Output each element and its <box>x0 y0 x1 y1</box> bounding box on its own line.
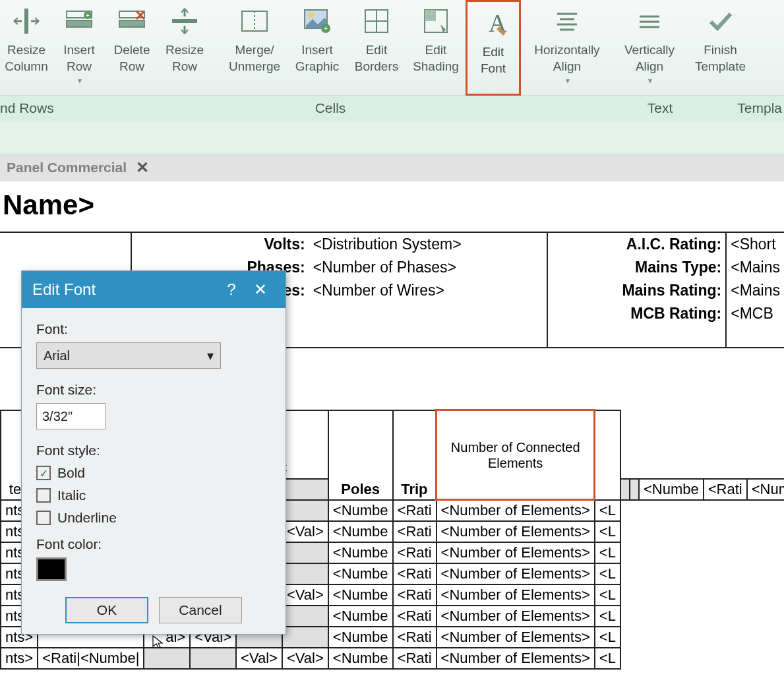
svg-rect-2 <box>67 20 92 27</box>
dropdown-caret-icon: ▼ <box>76 77 83 84</box>
edit-borders-icon <box>359 4 394 38</box>
insert-graphic-button[interactable]: + Insert Graphic <box>287 0 347 96</box>
ok-button[interactable]: OK <box>65 597 148 623</box>
volts-value: <Distribution System> <box>309 233 547 256</box>
horizontal-align-button[interactable]: Horizontally Align ▼ <box>521 0 613 96</box>
mains-rating-value: <Mains <box>726 279 784 302</box>
resize-row-button[interactable]: Resize Row <box>158 0 211 96</box>
svg-rect-6 <box>119 20 144 27</box>
col-trip: Trip <box>393 410 437 500</box>
mains-type-label: Mains Type: <box>547 256 726 279</box>
insert-row-button[interactable]: + Insert Row ▼ <box>53 0 106 96</box>
tab-bar: Panel Commercial ✕ <box>0 154 784 181</box>
merge-unmerge-button[interactable]: Merge/ Unmerge <box>222 0 287 96</box>
font-color-label: Font color: <box>36 536 271 552</box>
ribbon-label: Edit Borders <box>355 42 399 75</box>
font-color-swatch[interactable] <box>36 557 67 581</box>
dropdown-caret-icon: ▼ <box>564 77 571 84</box>
mains-type-value: <Mains <box>726 256 784 279</box>
col-poles: Poles <box>328 410 393 500</box>
ribbon-label: Edit Font <box>481 44 506 77</box>
halign-icon <box>550 4 584 38</box>
group-label-cells: Cells <box>57 100 604 116</box>
ribbon-label: Resize Column <box>5 42 47 75</box>
edit-shading-icon <box>419 4 453 38</box>
phases-value: <Number of Phases> <box>309 256 547 279</box>
underline-label: Underline <box>57 510 117 526</box>
ribbon-label: Edit Shading <box>413 42 459 75</box>
close-tab-icon[interactable]: ✕ <box>136 158 149 177</box>
svg-point-11 <box>309 13 314 18</box>
font-size-input[interactable]: 3/32" <box>36 403 106 429</box>
group-label-text: Text <box>604 100 716 116</box>
vertical-align-button[interactable]: Vertically Align ▼ <box>613 0 686 96</box>
tab-panel-commercial[interactable]: Panel Commercial ✕ <box>0 154 156 181</box>
merge-icon <box>237 4 272 38</box>
italic-checkbox-row[interactable]: Italic <box>36 487 271 503</box>
resize-column-button[interactable]: Resize Column <box>0 0 53 96</box>
font-style-label: Font style: <box>36 443 271 458</box>
ribbon-label: Insert Graphic <box>295 42 340 75</box>
font-label: Font: <box>36 321 271 337</box>
bold-label: Bold <box>57 465 85 481</box>
edit-font-button[interactable]: A Edit Font <box>466 0 521 96</box>
ribbon-label: Merge/ Unmerge <box>229 42 280 75</box>
ribbon-group-labels: nd Rows Cells Text Templa <box>0 96 784 121</box>
italic-label: Italic <box>57 487 86 503</box>
chevron-down-icon: ▾ <box>207 348 214 363</box>
edit-font-dialog: Edit Font ? ✕ Font: Arial ▾ Font size: 3… <box>21 270 286 635</box>
aic-label: A.I.C. Rating: <box>547 233 726 256</box>
svg-text:+: + <box>324 24 328 32</box>
bold-checkbox[interactable]: ✓ <box>36 466 51 480</box>
dialog-titlebar[interactable]: Edit Font ? ✕ <box>22 271 286 308</box>
svg-rect-0 <box>24 9 28 34</box>
underline-checkbox[interactable] <box>36 511 51 525</box>
font-select[interactable]: Arial ▾ <box>36 342 221 369</box>
resize-row-icon <box>167 4 202 38</box>
edit-font-icon: A <box>476 6 510 40</box>
dropdown-caret-icon: ▼ <box>647 77 653 84</box>
mains-rating-label: Mains Rating: <box>547 279 726 302</box>
volts-label: Volts: <box>131 233 309 256</box>
svg-text:+: + <box>86 12 90 19</box>
cancel-button[interactable]: Cancel <box>159 597 242 623</box>
delete-row-icon <box>115 4 149 38</box>
bold-checkbox-row[interactable]: ✓ Bold <box>36 465 271 481</box>
group-label-rows: nd Rows <box>0 100 57 116</box>
edit-shading-button[interactable]: Edit Shading <box>406 0 466 96</box>
ribbon: Resize Column + Insert Row ▼ Delete Row … <box>0 0 784 96</box>
resize-column-icon <box>9 4 44 38</box>
ribbon-label: Vertically Align <box>624 42 675 75</box>
ribbon-label: Finish Template <box>695 42 746 75</box>
delete-row-button[interactable]: Delete Row <box>106 0 158 96</box>
panel-name-placeholder: Name> <box>0 181 784 229</box>
ribbon-label: Horizontally Align <box>534 42 599 75</box>
font-size-label: Font size: <box>36 382 271 398</box>
underline-checkbox-row[interactable]: Underline <box>36 510 271 526</box>
insert-graphic-icon: + <box>300 4 334 38</box>
svg-rect-7 <box>172 19 197 23</box>
edit-borders-button[interactable]: Edit Borders <box>347 0 406 96</box>
ribbon-label: Delete Row <box>114 42 150 75</box>
table-row[interactable]: nts> <Rati|<Numbe| <Val> <Val> <Numbe <R… <box>1 648 784 669</box>
italic-checkbox[interactable] <box>36 488 51 503</box>
svg-rect-18 <box>425 10 436 21</box>
ribbon-label: Insert Row <box>63 42 95 75</box>
aic-value: <Short <box>726 233 784 256</box>
dialog-help-button[interactable]: ? <box>217 280 246 299</box>
col-connected-elements: Number of Connected Elements <box>437 410 595 500</box>
tab-title: Panel Commercial <box>7 160 127 175</box>
font-select-value: Arial <box>44 348 70 363</box>
insert-row-icon: + <box>62 4 96 38</box>
ribbon-label: Resize Row <box>166 42 204 75</box>
finish-template-button[interactable]: Finish Template <box>686 0 755 96</box>
wires-value: <Number of Wires> <box>309 279 547 302</box>
mcb-value: <MCB <box>726 302 784 325</box>
dialog-title-text: Edit Font <box>32 280 96 299</box>
font-size-value: 3/32" <box>42 409 73 424</box>
finish-icon <box>704 4 738 38</box>
mcb-label: MCB Rating: <box>547 302 726 325</box>
valign-icon <box>632 4 667 38</box>
template-area: Name> Volts: <Distribution System> A.I.C… <box>0 181 784 229</box>
dialog-close-button[interactable]: ✕ <box>246 280 275 299</box>
